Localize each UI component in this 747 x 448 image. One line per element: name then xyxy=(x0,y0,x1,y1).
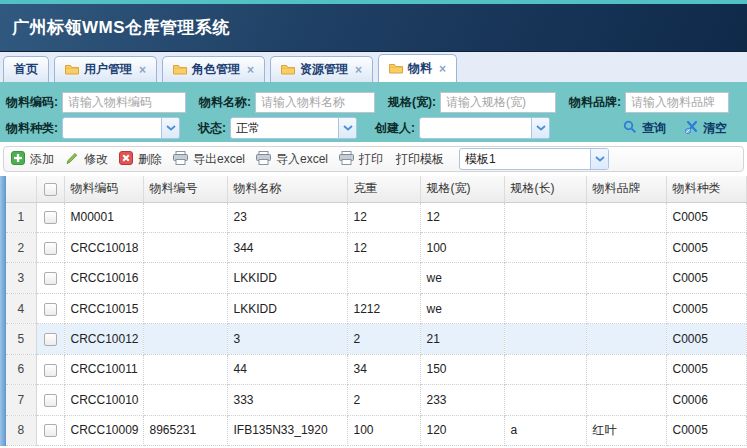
folder-icon xyxy=(173,64,187,75)
cell: C0005 xyxy=(666,232,747,262)
delete-button[interactable]: 删除 xyxy=(119,151,162,168)
table-row[interactable]: 7 CRCC100103332233C0006 xyxy=(6,385,747,415)
search-field-input[interactable] xyxy=(625,92,729,113)
close-icon[interactable]: × xyxy=(439,62,446,76)
close-icon[interactable]: × xyxy=(139,63,146,77)
col-header-spec-length[interactable]: 规格(长) xyxy=(504,176,586,202)
row-checkbox[interactable] xyxy=(44,211,57,224)
cell: CRCC10009 xyxy=(64,415,143,445)
tab-0[interactable]: 首页 xyxy=(3,56,49,82)
row-checkbox[interactable] xyxy=(44,303,57,316)
add-button[interactable]: 添加 xyxy=(11,151,54,168)
folder-icon xyxy=(281,64,295,75)
cell: C0005 xyxy=(666,415,747,445)
import-excel-icon xyxy=(256,151,271,168)
row-number: 8 xyxy=(6,415,36,445)
tab-3[interactable]: 资源管理 × xyxy=(270,56,373,82)
cell: we xyxy=(420,263,504,293)
row-checkbox[interactable] xyxy=(44,333,57,346)
search-actions: 查询 清空 xyxy=(623,120,741,137)
search-field-input[interactable] xyxy=(440,92,556,113)
cell xyxy=(586,263,666,293)
row-checkbox[interactable] xyxy=(44,394,57,407)
col-header-brand[interactable]: 物料品牌 xyxy=(586,176,666,202)
col-header-category[interactable]: 物料种类 xyxy=(666,176,747,202)
table-row[interactable]: 3 CRCC10016LKKIDDweC0005 xyxy=(6,263,747,293)
delete-icon xyxy=(119,151,133,168)
cell xyxy=(504,202,586,232)
export-excel-button[interactable]: 导出excel xyxy=(173,151,245,168)
cell: C0005 xyxy=(666,354,747,384)
cell: 150 xyxy=(420,354,504,384)
row-checkbox[interactable] xyxy=(44,364,57,377)
cell: 2 xyxy=(347,385,420,415)
table-row[interactable]: 4 CRCC10015LKKIDD1212weC0005 xyxy=(6,293,747,323)
cell: 44 xyxy=(227,354,347,384)
edit-button[interactable]: 修改 xyxy=(65,151,108,168)
row-checkbox[interactable] xyxy=(44,242,57,255)
status-value: 正常 xyxy=(231,120,260,137)
cell: LKKIDD xyxy=(227,263,347,293)
tab-2[interactable]: 角色管理 × xyxy=(162,56,265,82)
search-field: 物料品牌: xyxy=(569,92,729,113)
cell: CRCC10018 xyxy=(64,232,143,262)
creator-select-group: 创建人: xyxy=(375,117,550,139)
chevron-down-icon[interactable] xyxy=(161,118,179,138)
import-excel-button[interactable]: 导入excel xyxy=(256,151,328,168)
clear-button[interactable]: 清空 xyxy=(684,120,727,137)
table-row[interactable]: 2 CRCC1001834412100C0005 xyxy=(6,232,747,262)
tab-1[interactable]: 用户管理 × xyxy=(54,56,157,82)
col-header-material-name[interactable]: 物料名称 xyxy=(227,176,347,202)
col-header-spec-width[interactable]: 规格(宽) xyxy=(420,176,504,202)
table-row[interactable]: 8 CRCC100098965231IFB135N33_1920100120a红… xyxy=(6,415,747,445)
search-field-input[interactable] xyxy=(62,92,186,113)
tab-label: 角色管理 xyxy=(192,61,240,78)
query-button-label: 查询 xyxy=(642,120,666,137)
row-checkbox[interactable] xyxy=(44,272,57,285)
select-all-checkbox[interactable] xyxy=(44,183,57,196)
print-button[interactable]: 打印 xyxy=(339,151,383,168)
row-checkbox-cell xyxy=(36,385,64,415)
cell xyxy=(504,354,586,384)
print-template-select[interactable]: 模板1 xyxy=(459,148,609,170)
tab-label: 用户管理 xyxy=(84,61,132,78)
status-select[interactable]: 正常 xyxy=(230,117,357,139)
cell: CRCC10012 xyxy=(64,324,143,354)
category-select[interactable] xyxy=(62,117,180,139)
add-icon xyxy=(11,151,25,168)
query-button[interactable]: 查询 xyxy=(623,120,666,137)
edit-icon xyxy=(65,151,79,168)
tab-label: 资源管理 xyxy=(300,61,348,78)
chevron-down-icon[interactable] xyxy=(338,118,356,138)
search-field-label: 规格(宽): xyxy=(388,94,436,111)
chevron-down-icon[interactable] xyxy=(531,118,549,138)
cell xyxy=(586,324,666,354)
table-row[interactable]: 5 CRCC100123221C0005 xyxy=(6,324,747,354)
col-header-weight[interactable]: 克重 xyxy=(347,176,420,202)
cell: M00001 xyxy=(64,202,143,232)
folder-icon xyxy=(65,64,79,75)
search-field: 物料名称: xyxy=(199,92,375,113)
chevron-down-icon[interactable] xyxy=(590,149,608,169)
print-template-value: 模板1 xyxy=(460,151,496,168)
search-field-input[interactable] xyxy=(255,92,375,113)
cell xyxy=(504,263,586,293)
cell xyxy=(347,263,420,293)
cell xyxy=(143,385,227,415)
cell xyxy=(586,385,666,415)
row-checkbox[interactable] xyxy=(44,424,57,437)
creator-label: 创建人: xyxy=(375,120,415,137)
col-header-material-code[interactable]: 物料编码 xyxy=(64,176,143,202)
cell: 100 xyxy=(420,232,504,262)
close-icon[interactable]: × xyxy=(355,63,362,77)
row-checkbox-cell xyxy=(36,232,64,262)
table-row[interactable]: 6 CRCC100114434150C0005 xyxy=(6,354,747,384)
col-header-material-number[interactable]: 物料编号 xyxy=(143,176,227,202)
table-row[interactable]: 1 M00001231212C0005 xyxy=(6,202,747,232)
creator-select[interactable] xyxy=(419,117,550,139)
close-icon[interactable]: × xyxy=(247,63,254,77)
status-select-group: 状态: 正常 xyxy=(198,117,357,139)
tab-4[interactable]: 物料 × xyxy=(378,54,457,82)
search-field: 规格(宽): xyxy=(388,92,556,113)
export-excel-icon xyxy=(173,151,188,168)
